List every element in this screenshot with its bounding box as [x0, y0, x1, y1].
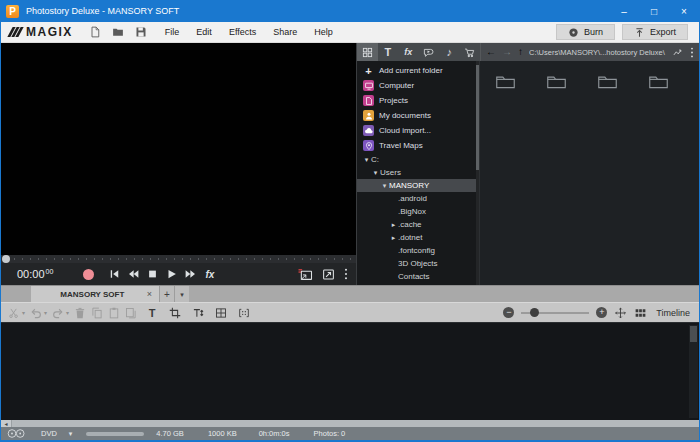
tree-item-dotnet[interactable]: ▸.dotnet — [357, 231, 479, 244]
zoom-slider-knob[interactable] — [530, 308, 539, 317]
tree-item-c[interactable]: ▾C: — [357, 153, 479, 166]
new-project-icon[interactable] — [89, 26, 101, 38]
mediapool-tab-intro-outro[interactable] — [419, 43, 440, 61]
shortcut-my-documents[interactable]: My documents — [357, 108, 479, 123]
toolbar-insert-title-button[interactable]: T — [146, 307, 158, 319]
timeline-vertical-scrollbar[interactable] — [689, 325, 698, 418]
menu-list: FileEditEffectsShareHelp — [165, 27, 333, 37]
minimize-button[interactable]: – — [609, 0, 639, 22]
disc-type-dropdown[interactable]: ▾ — [69, 429, 73, 438]
sort-icon[interactable] — [672, 47, 684, 58]
folder-item-icon[interactable] — [648, 74, 669, 90]
tree-item-android[interactable]: .android — [357, 192, 479, 205]
cast-icon[interactable] — [297, 268, 313, 281]
storyboard-view-icon[interactable] — [634, 307, 647, 319]
shortcut-travel-maps[interactable]: Travel Maps — [357, 138, 479, 153]
tree-item-contacts[interactable]: Contacts — [357, 270, 479, 283]
menu-file[interactable]: File — [165, 27, 180, 37]
paste-icon — [108, 307, 120, 319]
nav-up-icon[interactable]: ↑ — [518, 47, 523, 57]
menu-effects[interactable]: Effects — [229, 27, 256, 37]
add-current-folder[interactable]: + Add current folder — [357, 63, 479, 78]
export-button[interactable]: Export — [622, 24, 688, 40]
tree-item-fontconfig[interactable]: .fontconfig — [357, 244, 479, 257]
dropdown-caret-icon[interactable]: ▾ — [66, 309, 69, 316]
scroll-left-arrow[interactable]: ◂ — [1, 420, 12, 427]
toolbar-group-button[interactable] — [238, 307, 250, 319]
zoom-slider[interactable] — [521, 312, 589, 314]
chevron-closed-icon[interactable]: ▸ — [389, 221, 398, 229]
transport-rewind-button[interactable] — [127, 268, 140, 280]
timeline-area[interactable] — [1, 322, 699, 420]
open-project-icon[interactable] — [112, 26, 124, 38]
fullscreen-icon[interactable] — [322, 268, 335, 281]
dropdown-caret-icon[interactable]: ▾ — [22, 309, 25, 316]
tree-scrollbar[interactable] — [476, 61, 479, 285]
transport-effects-button[interactable]: fx — [203, 268, 216, 280]
nav-back-icon[interactable]: ← — [486, 47, 496, 57]
tree-scrollbar-thumb[interactable] — [476, 65, 479, 170]
mediapool-tab-text[interactable]: T — [378, 43, 399, 61]
transport-stop-button[interactable] — [146, 268, 159, 280]
tree-item-3d-objects[interactable]: 3D Objects — [357, 257, 479, 270]
new-tab-button[interactable]: + — [159, 286, 174, 302]
insert-title-icon: T — [146, 307, 158, 319]
disc-type-value[interactable]: DVD — [41, 429, 57, 438]
tab-list-dropdown[interactable]: ▾ — [174, 286, 189, 302]
record-button[interactable] — [83, 269, 94, 280]
toolbar-paste-button — [108, 307, 120, 319]
menu-edit[interactable]: Edit — [196, 27, 212, 37]
burn-button[interactable]: Burn — [556, 24, 615, 40]
nav-forward-icon[interactable]: → — [502, 47, 512, 57]
project-tab[interactable]: MANSORY SOFT × — [31, 286, 159, 302]
folder-item-icon[interactable] — [546, 74, 567, 90]
maximize-button[interactable]: □ — [639, 0, 669, 22]
toolbar-title-editor-button[interactable] — [192, 307, 204, 319]
timeline-mode-button[interactable]: Timeline — [656, 308, 690, 318]
mediapool-tab-media[interactable] — [357, 43, 378, 61]
seek-bar[interactable] — [1, 255, 356, 263]
tab-close-icon[interactable]: × — [147, 289, 152, 299]
tree-item-bignox[interactable]: .BigNox — [357, 205, 479, 218]
toolbar-grid-button[interactable] — [215, 307, 227, 319]
zoom-out-button[interactable]: − — [503, 307, 514, 318]
playhead-knob[interactable] — [2, 255, 10, 263]
save-project-icon[interactable] — [135, 26, 147, 38]
transport-skip-start-button[interactable] — [108, 268, 121, 280]
menu-share[interactable]: Share — [273, 27, 297, 37]
timeline-vertical-scrollbar-thumb[interactable] — [690, 326, 697, 342]
fit-view-icon[interactable] — [614, 307, 627, 319]
current-path[interactable]: C:\Users\MANSORY\...hotostory Deluxe\ — [529, 48, 666, 57]
close-button[interactable]: × — [669, 0, 699, 22]
dropdown-caret-icon[interactable]: ▾ — [44, 309, 47, 316]
toolbar-crop-button[interactable] — [169, 307, 181, 319]
timeline-horizontal-scrollbar[interactable]: ◂ — [1, 420, 699, 427]
tree-item-users[interactable]: ▾Users — [357, 166, 479, 179]
menubar: MAGIX FileEditEffectsShareHelp Burn Expo… — [1, 22, 699, 43]
shortcut-projects[interactable]: Projects — [357, 93, 479, 108]
transport-play-button[interactable] — [165, 268, 178, 280]
folder-item-icon[interactable] — [495, 74, 516, 90]
zoom-in-button[interactable]: + — [596, 307, 607, 318]
mediapool-tab-store[interactable] — [460, 43, 481, 61]
chevron-open-icon[interactable]: ▾ — [380, 182, 389, 190]
video-preview[interactable] — [1, 43, 356, 255]
chevron-down-icon: ▾ — [69, 430, 73, 437]
chevron-open-icon[interactable]: ▾ — [371, 169, 380, 177]
export-label: Export — [650, 27, 676, 37]
tree-item-cache[interactable]: ▸.cache — [357, 218, 479, 231]
tree-item-mansory[interactable]: ▾MANSORY — [357, 179, 479, 192]
folder-item-icon[interactable] — [597, 74, 618, 90]
chevron-open-icon[interactable]: ▾ — [362, 156, 371, 164]
shortcut-cloud-import[interactable]: Cloud import... — [357, 123, 479, 138]
mediapool-menu-dots-icon[interactable] — [690, 47, 694, 58]
transport-menu-dots-icon[interactable] — [344, 268, 348, 280]
transport-fast-forward-button[interactable] — [184, 268, 197, 280]
chevron-closed-icon[interactable]: ▸ — [389, 234, 398, 242]
mediapool-tab-music[interactable]: ♪ — [439, 43, 460, 61]
menu-help[interactable]: Help — [314, 27, 333, 37]
tree-item-label: .fontconfig — [398, 246, 435, 255]
shortcut-computer[interactable]: Computer — [357, 78, 479, 93]
disc-capacity: 4.70 GB — [156, 429, 184, 438]
mediapool-tab-effects[interactable]: fx — [398, 43, 419, 61]
